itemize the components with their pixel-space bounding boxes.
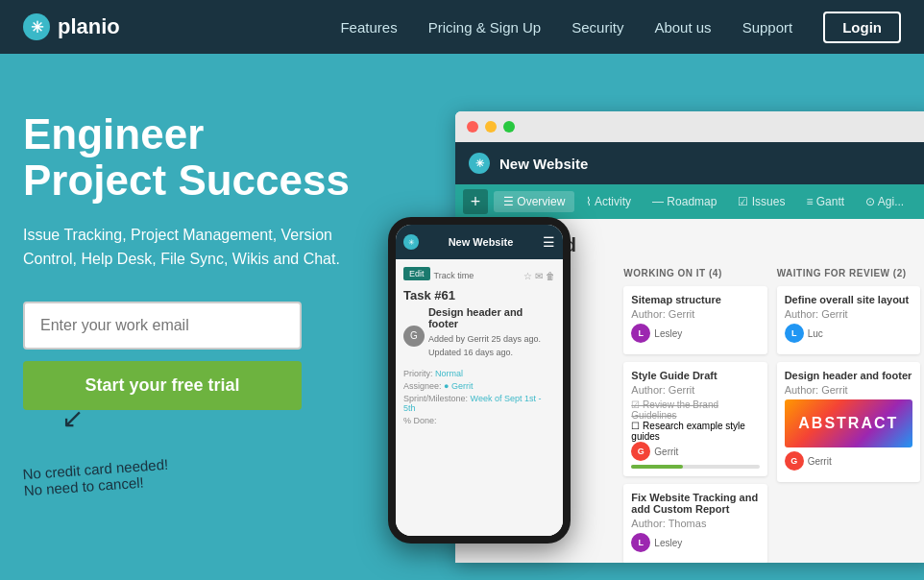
tab-activity[interactable]: ⌇ Activity	[576, 191, 641, 212]
tab-issues[interactable]: ☑ Issues	[728, 191, 794, 212]
card-progress	[631, 465, 759, 469]
avatar-gerrit2: G	[785, 451, 804, 471]
nav-support[interactable]: Support	[742, 19, 793, 36]
window-titlebar	[455, 111, 924, 142]
logo-icon: ✳	[23, 13, 50, 40]
tab-gantt[interactable]: ≡ Gantt	[796, 191, 854, 212]
mobile-field-sprint: Sprint/Milestone: Week of Sept 1st - 5th	[403, 394, 555, 413]
card-header-footer: Design header and footer Author: Gerrit …	[777, 362, 920, 482]
mobile-content: Edit Track time ☆ ✉ 🗑 Task #61 G Design …	[396, 259, 563, 536]
mobile-task-meta: Added by Gerrit 25 days ago. Updated 16 …	[428, 333, 555, 359]
close-dot	[467, 121, 478, 133]
app-project-name: New Website	[499, 156, 588, 172]
app-logo-icon: ✳	[469, 153, 490, 174]
avatar-lesley2: L	[631, 533, 650, 552]
minimize-dot	[485, 121, 497, 133]
mobile-task-number: Task #61	[403, 288, 555, 302]
mobile-device: ✳ New Website ☰ Edit Track time ☆ ✉ 🗑 Ta…	[388, 217, 571, 544]
card-sitemap: Sitemap structure Author: Gerrit L Lesle…	[623, 286, 766, 354]
mobile-author-avatar: G	[403, 326, 425, 347]
no-credit-text: No credit card needed! No need to cancel…	[22, 456, 170, 499]
login-button[interactable]: Login	[823, 12, 901, 43]
mobile-screen: ✳ New Website ☰ Edit Track time ☆ ✉ 🗑 Ta…	[396, 225, 563, 536]
tab-overview[interactable]: ☰ Overview	[494, 191, 574, 212]
hero-title: Engineer Project Success	[23, 111, 398, 205]
col-working: WORKING ON IT (4) Sitemap structure Auth…	[623, 268, 766, 563]
card-image: ABSTRACT	[785, 399, 912, 447]
avatar-lesley: L	[631, 324, 650, 343]
add-tab-button[interactable]: +	[463, 189, 488, 214]
navbar: ✳ planio Features Pricing & Sign Up Secu…	[0, 0, 924, 54]
mobile-topbar: ✳ New Website ☰	[396, 225, 563, 259]
hero-subtitle: Issue Tracking, Project Management, Vers…	[23, 224, 388, 272]
hero-left: Engineer Project Success Issue Tracking,…	[23, 111, 398, 495]
hero-right: ✳ New Website + ☰ Overview ⌇ Activity ― …	[398, 111, 901, 580]
mobile-assignee-dot: ●	[444, 381, 451, 391]
card-styleguide: Style Guide Draft Author: Gerrit ☑ Revie…	[623, 362, 766, 476]
hero-section: Engineer Project Success Issue Tracking,…	[0, 54, 924, 580]
mobile-field-priority: Priority: Normal	[403, 369, 555, 378]
avatar-gerrit: G	[631, 442, 650, 461]
app-tabs: + ☰ Overview ⌇ Activity ― Roadmap ☑ Issu…	[455, 184, 924, 219]
avatar-luc: L	[785, 324, 804, 343]
mobile-field-done: % Done:	[403, 416, 555, 425]
nav-security[interactable]: Security	[571, 19, 623, 36]
col-review-header: WAITING FOR REVIEW (2)	[777, 268, 920, 278]
mobile-field-assignee: Assignee: ● Gerrit	[403, 381, 555, 391]
nav-features[interactable]: Features	[340, 19, 397, 36]
mobile-edit-button[interactable]: Edit	[403, 267, 430, 280]
mobile-logo-icon: ✳	[403, 234, 419, 250]
mobile-task-title: Design header and footer	[428, 306, 555, 329]
mobile-project-name: New Website	[449, 236, 514, 248]
nav-about[interactable]: About us	[654, 19, 711, 36]
email-input[interactable]	[23, 302, 302, 350]
card-tracking: Fix Website Tracking and add Custom Repo…	[623, 484, 766, 563]
arrow-icon: ↙	[61, 402, 398, 434]
hamburger-icon[interactable]: ☰	[543, 234, 555, 250]
mobile-track-label: Track time	[434, 271, 474, 280]
nav-pricing[interactable]: Pricing & Sign Up	[428, 19, 542, 36]
tab-roadmap[interactable]: ― Roadmap	[643, 191, 726, 212]
card-layout: Define overall site layout Author: Gerri…	[777, 286, 920, 354]
tab-agile[interactable]: ⊙ Agi...	[856, 191, 913, 212]
logo-text: planio	[58, 14, 120, 39]
maximize-dot	[503, 121, 515, 133]
app-topbar: ✳ New Website	[455, 142, 924, 184]
col-review: WAITING FOR REVIEW (2) Define overall si…	[777, 268, 920, 563]
logo[interactable]: ✳ planio	[23, 13, 120, 40]
col-working-header: WORKING ON IT (4)	[623, 268, 766, 278]
